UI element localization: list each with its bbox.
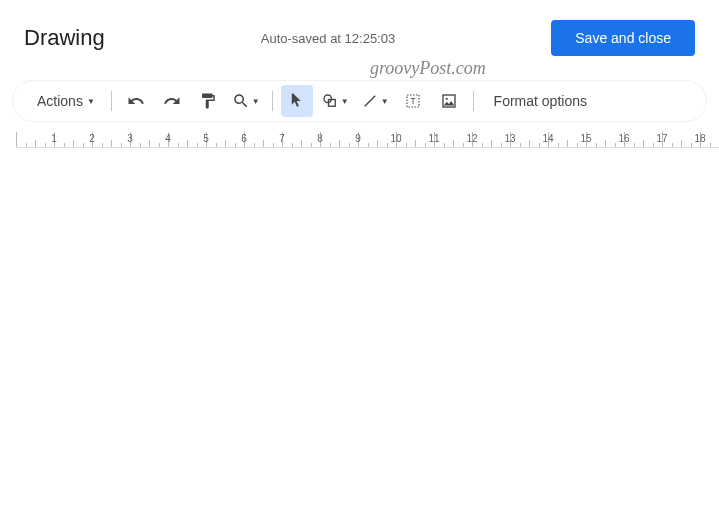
line-icon bbox=[361, 92, 379, 110]
actions-menu-button[interactable]: Actions▼ bbox=[29, 85, 103, 117]
watermark-text: groovyPost.com bbox=[370, 58, 486, 79]
separator bbox=[272, 91, 273, 111]
redo-button[interactable] bbox=[156, 85, 188, 117]
text-box-icon: T bbox=[404, 92, 422, 110]
svg-text:T: T bbox=[410, 97, 415, 106]
undo-button[interactable] bbox=[120, 85, 152, 117]
format-options-button[interactable]: Format options bbox=[482, 85, 599, 117]
image-button[interactable] bbox=[433, 85, 465, 117]
caret-down-icon: ▼ bbox=[87, 97, 95, 106]
text-box-button[interactable]: T bbox=[397, 85, 429, 117]
image-icon bbox=[440, 92, 458, 110]
caret-down-icon: ▼ bbox=[252, 97, 260, 106]
separator bbox=[473, 91, 474, 111]
zoom-icon bbox=[232, 92, 250, 110]
svg-line-2 bbox=[364, 96, 375, 107]
cursor-icon bbox=[288, 92, 306, 110]
toolbar: Actions▼ ▼ ▼ ▼ T Format options bbox=[12, 80, 707, 122]
svg-point-0 bbox=[324, 95, 332, 103]
shape-icon bbox=[321, 92, 339, 110]
autosave-status: Auto-saved at 12:25:03 bbox=[261, 31, 395, 46]
redo-icon bbox=[163, 92, 181, 110]
horizontal-ruler: 123456789101112131415161718 bbox=[16, 132, 719, 148]
paint-format-button[interactable] bbox=[192, 85, 224, 117]
caret-down-icon: ▼ bbox=[341, 97, 349, 106]
line-tool-button[interactable]: ▼ bbox=[357, 85, 393, 117]
save-and-close-button[interactable]: Save and close bbox=[551, 20, 695, 56]
svg-rect-1 bbox=[328, 100, 335, 107]
paint-roller-icon bbox=[199, 92, 217, 110]
shape-tool-button[interactable]: ▼ bbox=[317, 85, 353, 117]
svg-point-6 bbox=[445, 98, 447, 100]
zoom-button[interactable]: ▼ bbox=[228, 85, 264, 117]
undo-icon bbox=[127, 92, 145, 110]
select-tool-button[interactable] bbox=[281, 85, 313, 117]
separator bbox=[111, 91, 112, 111]
caret-down-icon: ▼ bbox=[381, 97, 389, 106]
dialog-title: Drawing bbox=[24, 25, 105, 51]
